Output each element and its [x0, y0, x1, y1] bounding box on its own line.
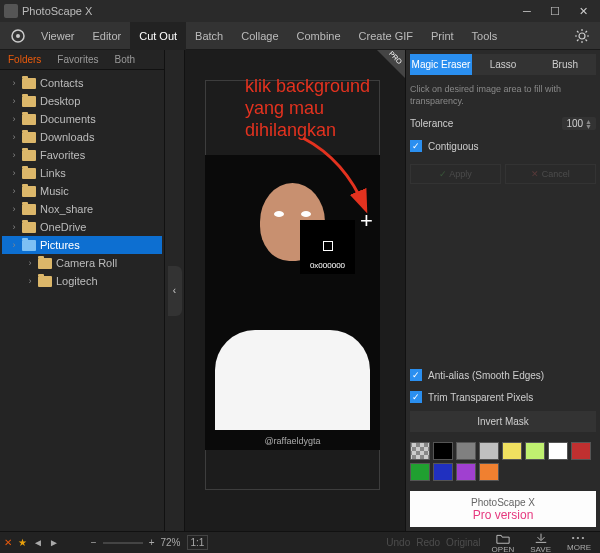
tool-panel: Magic EraserLassoBrush Click on desired …: [405, 50, 600, 531]
color-tooltip: 0x000000: [300, 220, 355, 274]
app-icon: [4, 4, 18, 18]
folder-documents[interactable]: ›Documents: [2, 110, 162, 128]
svg-line-8: [586, 39, 588, 41]
tool-tab-brush[interactable]: Brush: [534, 54, 596, 75]
minimize-button[interactable]: ─: [514, 2, 540, 20]
swatch-20a030[interactable]: [410, 463, 430, 481]
swatch-2030c0[interactable]: [433, 463, 453, 481]
antialias-checkbox[interactable]: ✓: [410, 369, 422, 381]
titlebar: PhotoScape X ─ ☐ ✕: [0, 0, 600, 22]
zoom-value[interactable]: 72%: [161, 537, 181, 548]
swatch-c0c0c0[interactable]: [479, 442, 499, 460]
contiguous-checkbox[interactable]: ✓: [410, 140, 422, 152]
main-toolbar: ViewerEditorCut OutBatchCollageCombineCr…: [0, 22, 600, 50]
tab-combine[interactable]: Combine: [288, 22, 350, 50]
folder-contacts[interactable]: ›Contacts: [2, 74, 162, 92]
zoom-out-icon[interactable]: −: [91, 537, 97, 548]
favorite-icon[interactable]: ★: [18, 537, 27, 548]
folder-downloads[interactable]: ›Downloads: [2, 128, 162, 146]
save-button[interactable]: SAVE: [525, 530, 556, 554]
eyedropper-cursor: +: [360, 208, 373, 234]
pro-version-ad[interactable]: PhotoScape X Pro version: [410, 491, 596, 527]
watermark: @raffaeldygta: [205, 436, 380, 446]
swatch-ffffff[interactable]: [548, 442, 568, 460]
swatch-000000[interactable]: [433, 442, 453, 460]
tab-print[interactable]: Print: [422, 22, 463, 50]
zoom-actual[interactable]: 1:1: [187, 535, 209, 550]
folder-favorites[interactable]: ›Favorites: [2, 146, 162, 164]
swatch-c0f070[interactable]: [525, 442, 545, 460]
color-swatches: [410, 438, 596, 485]
canvas-area: ‹ @raffaeldygta PRO klik background yang…: [165, 50, 405, 531]
tab-batch[interactable]: Batch: [186, 22, 232, 50]
image[interactable]: @raffaeldygta: [205, 155, 380, 450]
settings-icon[interactable]: [570, 24, 594, 48]
contiguous-label: Contiguous: [428, 141, 479, 152]
zoom-in-icon[interactable]: +: [149, 537, 155, 548]
folder-onedrive[interactable]: ›OneDrive: [2, 218, 162, 236]
open-button[interactable]: OPEN: [487, 530, 520, 554]
trim-checkbox[interactable]: ✓: [410, 391, 422, 403]
tool-hint: Click on desired image area to fill with…: [410, 81, 596, 109]
thumbnail-strip: ‹: [165, 50, 185, 531]
swatch-808080[interactable]: [456, 442, 476, 460]
sidebar-tab-folders[interactable]: Folders: [0, 50, 49, 69]
tab-collage[interactable]: Collage: [232, 22, 287, 50]
maximize-button[interactable]: ☐: [542, 2, 568, 20]
app-title: PhotoScape X: [22, 5, 92, 17]
antialias-label: Anti-alias (Smooth Edges): [428, 370, 544, 381]
folder-desktop[interactable]: ›Desktop: [2, 92, 162, 110]
cancel-button[interactable]: ✕ Cancel: [505, 164, 596, 184]
sidebar: FoldersFavoritesBoth ›Contacts›Desktop›D…: [0, 50, 165, 531]
status-bar: ✕ ★ ◄ ► − + 72% 1:1 Undo Redo Original O…: [0, 531, 600, 553]
tab-tools[interactable]: Tools: [463, 22, 507, 50]
undo-button[interactable]: Undo: [386, 537, 410, 548]
svg-point-2: [579, 33, 585, 39]
swatch-f0e060[interactable]: [502, 442, 522, 460]
redo-button[interactable]: Redo: [416, 537, 440, 548]
trim-label: Trim Transparent Pixels: [428, 392, 533, 403]
swatch-f08030[interactable]: [479, 463, 499, 481]
sidebar-tab-favorites[interactable]: Favorites: [49, 50, 106, 69]
apply-button[interactable]: ✓ Apply: [410, 164, 501, 184]
folder-nox_share[interactable]: ›Nox_share: [2, 200, 162, 218]
more-button[interactable]: ••• MORE: [562, 531, 596, 553]
zoom-slider[interactable]: [103, 542, 143, 544]
tolerance-input[interactable]: 100 ▲▼: [562, 117, 596, 130]
svg-line-9: [577, 39, 579, 41]
tool-tab-lasso[interactable]: Lasso: [472, 54, 534, 75]
collapse-panel-button[interactable]: ‹: [168, 266, 182, 316]
close-file-icon[interactable]: ✕: [4, 537, 12, 548]
svg-point-1: [16, 34, 20, 38]
invert-mask-button[interactable]: Invert Mask: [410, 411, 596, 432]
prev-icon[interactable]: ◄: [33, 537, 43, 548]
folder-links[interactable]: ›Links: [2, 164, 162, 182]
svg-line-10: [586, 31, 588, 33]
swatch-checker[interactable]: [410, 442, 430, 460]
tab-create-gif[interactable]: Create GIF: [350, 22, 422, 50]
sidebar-tab-both[interactable]: Both: [106, 50, 143, 69]
tab-editor[interactable]: Editor: [83, 22, 130, 50]
folder-logitech[interactable]: ›Logitech: [2, 272, 162, 290]
home-icon[interactable]: [6, 24, 30, 48]
folder-music[interactable]: ›Music: [2, 182, 162, 200]
close-button[interactable]: ✕: [570, 2, 596, 20]
folder-tree: ›Contacts›Desktop›Documents›Downloads›Fa…: [0, 70, 164, 294]
tab-viewer[interactable]: Viewer: [32, 22, 83, 50]
tolerance-label: Tolerance: [410, 118, 453, 129]
folder-camera-roll[interactable]: ›Camera Roll: [2, 254, 162, 272]
svg-line-7: [577, 31, 579, 33]
original-button[interactable]: Original: [446, 537, 480, 548]
tool-tab-magic-eraser[interactable]: Magic Eraser: [410, 54, 472, 75]
next-icon[interactable]: ►: [49, 537, 59, 548]
folder-pictures[interactable]: ›Pictures: [2, 236, 162, 254]
tab-cut-out[interactable]: Cut Out: [130, 22, 186, 50]
swatch-c03030[interactable]: [571, 442, 591, 460]
swatch-a040d0[interactable]: [456, 463, 476, 481]
